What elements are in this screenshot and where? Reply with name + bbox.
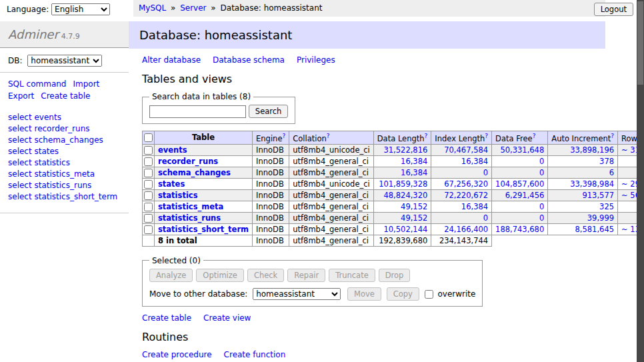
- bulk-check-button[interactable]: Check: [247, 269, 284, 282]
- data-length-value-link[interactable]: 49,152: [401, 213, 427, 223]
- sidebar-action-export[interactable]: Export: [8, 91, 34, 101]
- index-length-value-link[interactable]: 70,467,584: [444, 145, 488, 155]
- help-link[interactable]: ?: [485, 133, 488, 139]
- data-length-value-link[interactable]: 16,384: [401, 168, 427, 177]
- row-checkbox-statistics_short_term[interactable]: [144, 225, 153, 234]
- help-link[interactable]: ?: [611, 133, 614, 139]
- link-create-table[interactable]: Create table: [142, 313, 191, 323]
- row-checkbox-events[interactable]: [144, 146, 153, 155]
- search-button[interactable]: Search: [249, 105, 289, 118]
- row-checkbox-statistics_meta[interactable]: [144, 203, 153, 211]
- breadcrumb-item-server[interactable]: Server: [180, 3, 206, 13]
- main-content: Database: homeassistant Alter databaseDa…: [129, 21, 605, 362]
- bulk-truncate-button[interactable]: Truncate: [329, 269, 375, 282]
- data-free-value-link[interactable]: 6,291,456: [505, 191, 545, 200]
- data-free-value-link[interactable]: 0: [539, 202, 544, 211]
- move-button[interactable]: Move: [347, 287, 381, 301]
- total-collation-cell: utf8mb4_general_ci: [289, 235, 374, 246]
- sidebar-action-create-table[interactable]: Create table: [41, 91, 90, 101]
- scrollbar-thumb[interactable]: [637, 1, 643, 85]
- breadcrumb-item-database-homeassistant: Database: homeassistant: [221, 3, 323, 13]
- search-input[interactable]: [149, 105, 246, 118]
- auto-increment-value-link[interactable]: 33,898,196: [570, 145, 614, 155]
- auto-increment-value-link[interactable]: 378: [599, 157, 614, 166]
- help-link[interactable]: ?: [327, 133, 330, 139]
- column-header-label: Auto Increment: [551, 134, 611, 143]
- auto-increment-value-link[interactable]: 6: [609, 168, 614, 177]
- index-length-value-link[interactable]: 67,256,320: [444, 179, 488, 189]
- table-name-link-states[interactable]: states: [158, 179, 185, 189]
- table-name-link-schema_changes[interactable]: schema_changes: [158, 168, 231, 177]
- scrollbar[interactable]: [637, 0, 644, 362]
- index-length-value-link[interactable]: 16,384: [461, 157, 488, 166]
- auto-increment-value-link[interactable]: 39,999: [587, 213, 614, 223]
- sidebar-select-events[interactable]: select events: [8, 113, 61, 122]
- language-select[interactable]: English: [51, 3, 110, 15]
- help-link[interactable]: ?: [425, 133, 428, 139]
- sidebar-select-statistics-short-term[interactable]: select statistics_short_term: [8, 192, 117, 201]
- table-name-link-recorder_runs[interactable]: recorder_runs: [158, 157, 218, 166]
- select-all-checkbox[interactable]: [144, 133, 153, 142]
- index-length-value-link[interactable]: 72,220,672: [444, 191, 488, 200]
- link-create-view[interactable]: Create view: [203, 313, 251, 323]
- table-name-link-statistics_meta[interactable]: statistics_meta: [158, 202, 223, 211]
- index-length-value-link[interactable]: 0: [483, 213, 488, 223]
- sidebar-select-statistics[interactable]: select statistics: [8, 158, 70, 167]
- auto-increment-value-link[interactable]: 325: [599, 202, 614, 211]
- row-checkbox-statistics[interactable]: [144, 191, 153, 200]
- table-name-link-statistics_short_term[interactable]: statistics_short_term: [158, 225, 249, 234]
- link-create-procedure[interactable]: Create procedure: [142, 350, 212, 359]
- sidebar-select-schema-changes[interactable]: select schema_changes: [8, 135, 103, 145]
- sidebar-select-statistics-runs[interactable]: select statistics_runs: [8, 181, 91, 190]
- data-length-value-link[interactable]: 48,824,320: [383, 191, 427, 200]
- column-header-label: Data Length: [377, 134, 425, 143]
- table-name-link-statistics_runs[interactable]: statistics_runs: [158, 213, 221, 223]
- bulk-analyze-button[interactable]: Analyze: [149, 269, 193, 282]
- data-free-value-link[interactable]: 50,331,648: [500, 145, 544, 155]
- sidebar-select-recorder-runs[interactable]: select recorder_runs: [8, 124, 90, 133]
- help-link[interactable]: ?: [533, 133, 536, 139]
- data-length-value-link[interactable]: 49,152: [401, 202, 427, 211]
- row-checkbox-statistics_runs[interactable]: [144, 214, 153, 223]
- overwrite-label[interactable]: overwrite: [437, 289, 475, 299]
- sidebar-action-sql-command[interactable]: SQL command: [8, 79, 66, 89]
- index-length-value-link[interactable]: 24,166,400: [444, 225, 488, 234]
- link-alter-database[interactable]: Alter database: [142, 55, 201, 65]
- bulk-optimize-button[interactable]: Optimize: [196, 269, 244, 282]
- bulk-drop-button[interactable]: Drop: [379, 269, 411, 282]
- data-free-value-link[interactable]: 0: [539, 168, 544, 177]
- data-length-value-link[interactable]: 31,522,816: [383, 145, 427, 155]
- sidebar-select-statistics-meta[interactable]: select statistics_meta: [8, 169, 95, 179]
- sidebar-select-states[interactable]: select states: [8, 147, 59, 156]
- copy-button[interactable]: Copy: [387, 287, 419, 301]
- db-select[interactable]: homeassistant: [27, 55, 102, 67]
- sidebar-action-import[interactable]: Import: [73, 79, 99, 89]
- help-link[interactable]: ?: [282, 133, 285, 139]
- row-checkbox-recorder_runs[interactable]: [144, 157, 153, 166]
- overwrite-checkbox[interactable]: [425, 290, 433, 299]
- move-db-select[interactable]: homeassistant: [253, 288, 341, 300]
- auto-increment-value-link[interactable]: 8,581,645: [575, 225, 615, 234]
- logout-button[interactable]: Logout: [594, 3, 633, 16]
- data-free-value-link[interactable]: 0: [539, 157, 544, 166]
- index-length-value-link[interactable]: 16,384: [461, 202, 488, 211]
- link-create-function[interactable]: Create function: [224, 350, 286, 359]
- index-length-value-link[interactable]: 0: [483, 168, 488, 177]
- data-length-value-link[interactable]: 16,384: [401, 157, 427, 166]
- bulk-repair-button[interactable]: Repair: [287, 269, 325, 282]
- table-name-link-events[interactable]: events: [158, 145, 187, 155]
- auto-increment-value-link[interactable]: 33,398,984: [570, 179, 614, 189]
- data-length-value-link[interactable]: 101,859,328: [379, 179, 427, 189]
- link-database-schema[interactable]: Database schema: [213, 55, 285, 65]
- link-privileges[interactable]: Privileges: [297, 55, 335, 65]
- data-length-value-link[interactable]: 10,502,144: [383, 225, 427, 234]
- selected-buttons-row: AnalyzeOptimizeCheckRepairTruncateDrop: [149, 269, 475, 282]
- row-checkbox-schema_changes[interactable]: [144, 169, 153, 177]
- data-free-value-link[interactable]: 188,743,680: [495, 225, 544, 234]
- table-name-link-statistics[interactable]: statistics: [158, 191, 198, 200]
- data-free-value-link[interactable]: 104,857,600: [495, 179, 544, 189]
- row-checkbox-states[interactable]: [144, 180, 153, 189]
- breadcrumb-item-mysql[interactable]: MySQL: [139, 3, 166, 13]
- data-free-value-link[interactable]: 0: [539, 213, 544, 223]
- auto-increment-value-link[interactable]: 913,577: [582, 191, 614, 200]
